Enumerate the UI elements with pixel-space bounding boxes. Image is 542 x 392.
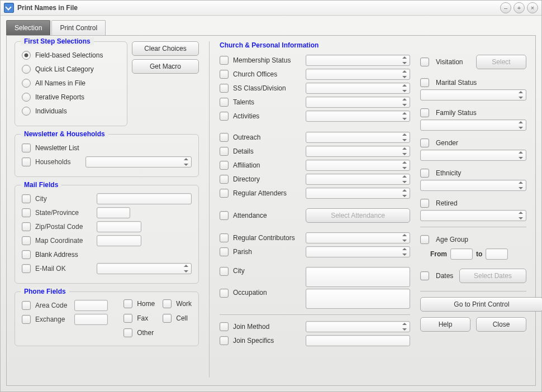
gender-combo[interactable]: [420, 150, 526, 161]
check-join-specifics[interactable]: [220, 336, 229, 345]
check-age-group[interactable]: [420, 235, 429, 244]
tab-print-control[interactable]: Print Control: [51, 20, 106, 35]
check-ss-class[interactable]: [220, 84, 229, 93]
area-code-input[interactable]: [74, 300, 108, 311]
occupation-input[interactable]: [306, 289, 410, 309]
state-input[interactable]: [97, 207, 130, 218]
details-combo[interactable]: [306, 146, 410, 157]
city-input[interactable]: [97, 193, 192, 204]
check-outreach[interactable]: [220, 133, 229, 142]
check-retired[interactable]: [420, 199, 429, 208]
check-label: Work: [176, 300, 192, 308]
check-marital[interactable]: [420, 78, 429, 87]
tab-selection[interactable]: Selection: [6, 20, 50, 35]
talents-combo[interactable]: [306, 97, 410, 108]
directory-combo[interactable]: [306, 174, 410, 185]
check-membership-status[interactable]: [220, 56, 229, 65]
check-parish[interactable]: [220, 247, 229, 256]
check-dates[interactable]: [420, 271, 429, 280]
check-work[interactable]: [163, 299, 172, 308]
radio-all-names[interactable]: [22, 79, 31, 88]
check-details[interactable]: [220, 147, 229, 156]
check-family[interactable]: [420, 108, 429, 117]
radio-field-based[interactable]: [22, 51, 31, 60]
check-exchange[interactable]: [22, 315, 31, 324]
ethnicity-combo[interactable]: [420, 180, 526, 191]
help-button[interactable]: Help: [420, 317, 470, 332]
check-households[interactable]: [22, 157, 31, 166]
check-home[interactable]: [123, 299, 132, 308]
check-city[interactable]: [22, 194, 31, 203]
check-label: Cell: [176, 314, 188, 322]
get-macro-button[interactable]: Get Macro: [132, 59, 199, 74]
contributors-combo[interactable]: [306, 232, 410, 243]
check-occupation[interactable]: [220, 289, 229, 298]
check-other[interactable]: [123, 328, 132, 337]
affiliation-combo[interactable]: [306, 160, 410, 171]
check-cell[interactable]: [163, 314, 172, 323]
marital-combo[interactable]: [420, 89, 526, 101]
check-regular-attenders[interactable]: [220, 189, 229, 198]
check-attendance[interactable]: [220, 211, 229, 220]
radio-label: All Names in File: [35, 79, 85, 87]
check-directory[interactable]: [220, 175, 229, 184]
map-input[interactable]: [97, 235, 141, 246]
clear-choices-button[interactable]: Clear Choices: [132, 41, 199, 56]
radio-iterative[interactable]: [22, 93, 31, 102]
retired-combo[interactable]: [420, 210, 526, 221]
close-button[interactable]: Close: [476, 317, 526, 332]
check-join-method[interactable]: [220, 322, 229, 331]
check-label: Regular Contributors: [233, 234, 306, 242]
age-from-input[interactable]: [450, 248, 473, 260]
check-ethnicity[interactable]: [420, 169, 429, 178]
radio-quick-list[interactable]: [22, 65, 31, 74]
radio-label: Iterative Reports: [35, 93, 84, 101]
check-label: Zip/Postal Code: [35, 223, 97, 231]
parish-combo[interactable]: [306, 246, 410, 257]
maximize-button[interactable]: +: [514, 2, 525, 13]
check-map[interactable]: [22, 236, 31, 245]
radio-individuals[interactable]: [22, 107, 31, 116]
check-zip[interactable]: [22, 222, 31, 231]
check-area-code[interactable]: [22, 301, 31, 310]
attenders-combo[interactable]: [306, 188, 410, 199]
offices-combo[interactable]: [306, 69, 410, 80]
check-city2[interactable]: [220, 267, 229, 276]
outreach-combo[interactable]: [306, 132, 410, 143]
zip-input[interactable]: [97, 221, 141, 232]
check-church-offices[interactable]: [220, 70, 229, 79]
check-email-ok[interactable]: [22, 264, 31, 273]
newsletter-legend: Newsletter & Households: [21, 130, 108, 138]
family-combo[interactable]: [420, 119, 526, 131]
age-to-input[interactable]: [486, 248, 508, 260]
check-fax[interactable]: [123, 314, 132, 323]
check-gender[interactable]: [420, 138, 429, 147]
content: Selection Print Control First Step Selec…: [1, 16, 541, 391]
join-method-combo[interactable]: [306, 321, 410, 332]
households-combo[interactable]: [85, 156, 192, 168]
window-title: Print Names in File: [17, 4, 78, 12]
select-attendance-button[interactable]: Select Attendance: [306, 208, 410, 223]
exchange-input[interactable]: [74, 314, 108, 325]
ss-combo[interactable]: [306, 83, 410, 94]
check-visitation[interactable]: [420, 58, 429, 66]
middle-column: Church & Personal Information Membership…: [209, 41, 527, 377]
check-activities[interactable]: [220, 112, 229, 121]
membership-combo[interactable]: [306, 55, 410, 66]
check-regular-contributors[interactable]: [220, 233, 229, 242]
divider: [420, 227, 526, 227]
check-blank-address[interactable]: [22, 250, 31, 259]
go-to-print-control-button[interactable]: Go to Print Control: [420, 297, 542, 312]
email-combo[interactable]: [97, 263, 192, 274]
select-button[interactable]: Select: [476, 55, 526, 69]
check-newsletter[interactable]: [22, 144, 31, 152]
check-state[interactable]: [22, 208, 31, 217]
check-talents[interactable]: [220, 98, 229, 107]
city2-input[interactable]: [306, 267, 410, 287]
minimize-button[interactable]: –: [500, 2, 511, 13]
select-dates-button[interactable]: Select Dates: [459, 269, 526, 283]
check-affiliation[interactable]: [220, 161, 229, 170]
activities-combo[interactable]: [306, 111, 410, 122]
close-window-button[interactable]: ×: [527, 2, 538, 13]
join-specifics-input[interactable]: [306, 335, 410, 346]
